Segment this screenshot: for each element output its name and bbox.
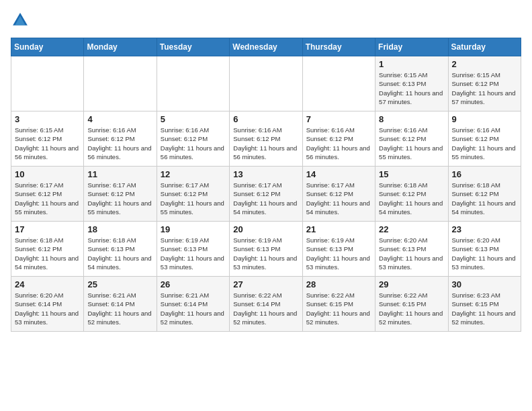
logo-icon xyxy=(11,11,30,30)
day-number: 22 xyxy=(379,224,444,234)
day-number: 12 xyxy=(161,169,226,179)
day-info: Sunrise: 6:15 AM Sunset: 6:13 PM Dayligh… xyxy=(379,71,444,106)
day-number: 10 xyxy=(15,169,80,179)
day-info: Sunrise: 6:16 AM Sunset: 6:12 PM Dayligh… xyxy=(87,126,152,161)
calendar-cell: 29Sunrise: 6:22 AM Sunset: 6:15 PM Dayli… xyxy=(375,277,448,332)
calendar-cell: 20Sunrise: 6:19 AM Sunset: 6:13 PM Dayli… xyxy=(230,222,302,277)
calendar-cell: 3Sunrise: 6:15 AM Sunset: 6:12 PM Daylig… xyxy=(11,111,84,167)
day-number: 8 xyxy=(379,114,444,124)
day-number: 30 xyxy=(452,279,517,289)
calendar-cell: 15Sunrise: 6:18 AM Sunset: 6:12 PM Dayli… xyxy=(375,167,448,222)
week-row-5: 24Sunrise: 6:20 AM Sunset: 6:14 PM Dayli… xyxy=(11,277,521,332)
calendar-cell xyxy=(84,56,157,111)
day-info: Sunrise: 6:22 AM Sunset: 6:15 PM Dayligh… xyxy=(379,291,444,326)
day-number: 25 xyxy=(87,279,152,289)
day-info: Sunrise: 6:20 AM Sunset: 6:14 PM Dayligh… xyxy=(15,291,80,326)
calendar-table: SundayMondayTuesdayWednesdayThursdayFrid… xyxy=(11,38,521,332)
day-number: 9 xyxy=(452,114,517,124)
calendar-cell: 25Sunrise: 6:21 AM Sunset: 6:14 PM Dayli… xyxy=(84,277,157,332)
calendar-cell: 5Sunrise: 6:16 AM Sunset: 6:12 PM Daylig… xyxy=(157,111,229,167)
day-info: Sunrise: 6:18 AM Sunset: 6:13 PM Dayligh… xyxy=(87,236,152,271)
col-header-tuesday: Tuesday xyxy=(157,38,229,56)
col-header-sunday: Sunday xyxy=(11,38,84,56)
calendar-cell xyxy=(302,56,375,111)
col-header-wednesday: Wednesday xyxy=(230,38,302,56)
calendar-cell: 18Sunrise: 6:18 AM Sunset: 6:13 PM Dayli… xyxy=(84,222,157,277)
day-info: Sunrise: 6:22 AM Sunset: 6:15 PM Dayligh… xyxy=(306,291,371,326)
day-number: 19 xyxy=(161,224,226,234)
day-info: Sunrise: 6:16 AM Sunset: 6:12 PM Dayligh… xyxy=(161,126,226,161)
calendar-cell xyxy=(230,56,302,111)
logo xyxy=(11,11,32,30)
calendar-cell: 7Sunrise: 6:16 AM Sunset: 6:12 PM Daylig… xyxy=(302,111,375,167)
calendar-cell: 30Sunrise: 6:23 AM Sunset: 6:15 PM Dayli… xyxy=(448,277,521,332)
calendar-cell: 4Sunrise: 6:16 AM Sunset: 6:12 PM Daylig… xyxy=(84,111,157,167)
day-number: 28 xyxy=(306,279,371,289)
day-info: Sunrise: 6:16 AM Sunset: 6:12 PM Dayligh… xyxy=(306,126,371,161)
day-info: Sunrise: 6:19 AM Sunset: 6:13 PM Dayligh… xyxy=(306,236,371,271)
week-row-4: 17Sunrise: 6:18 AM Sunset: 6:12 PM Dayli… xyxy=(11,222,521,277)
calendar-cell: 13Sunrise: 6:17 AM Sunset: 6:12 PM Dayli… xyxy=(230,167,302,222)
day-info: Sunrise: 6:22 AM Sunset: 6:14 PM Dayligh… xyxy=(233,291,298,326)
calendar-cell: 1Sunrise: 6:15 AM Sunset: 6:13 PM Daylig… xyxy=(375,56,448,111)
day-number: 21 xyxy=(306,224,371,234)
day-number: 24 xyxy=(15,279,80,289)
calendar-cell: 23Sunrise: 6:20 AM Sunset: 6:13 PM Dayli… xyxy=(448,222,521,277)
calendar-cell: 21Sunrise: 6:19 AM Sunset: 6:13 PM Dayli… xyxy=(302,222,375,277)
day-info: Sunrise: 6:18 AM Sunset: 6:12 PM Dayligh… xyxy=(15,236,80,271)
day-info: Sunrise: 6:16 AM Sunset: 6:12 PM Dayligh… xyxy=(452,126,517,161)
calendar-cell: 14Sunrise: 6:17 AM Sunset: 6:12 PM Dayli… xyxy=(302,167,375,222)
day-number: 5 xyxy=(161,114,226,124)
day-info: Sunrise: 6:17 AM Sunset: 6:12 PM Dayligh… xyxy=(233,181,298,216)
calendar-cell: 8Sunrise: 6:16 AM Sunset: 6:12 PM Daylig… xyxy=(375,111,448,167)
calendar-cell: 26Sunrise: 6:21 AM Sunset: 6:14 PM Dayli… xyxy=(157,277,229,332)
day-number: 26 xyxy=(161,279,226,289)
day-number: 16 xyxy=(452,169,517,179)
calendar-cell: 10Sunrise: 6:17 AM Sunset: 6:12 PM Dayli… xyxy=(11,167,84,222)
calendar-cell: 2Sunrise: 6:15 AM Sunset: 6:12 PM Daylig… xyxy=(448,56,521,111)
day-number: 14 xyxy=(306,169,371,179)
day-info: Sunrise: 6:20 AM Sunset: 6:13 PM Dayligh… xyxy=(452,236,517,271)
day-number: 27 xyxy=(233,279,298,289)
week-row-1: 1Sunrise: 6:15 AM Sunset: 6:13 PM Daylig… xyxy=(11,56,521,111)
day-number: 17 xyxy=(15,224,80,234)
day-number: 13 xyxy=(233,169,298,179)
calendar-cell: 12Sunrise: 6:17 AM Sunset: 6:12 PM Dayli… xyxy=(157,167,229,222)
page-header xyxy=(11,11,521,30)
day-info: Sunrise: 6:19 AM Sunset: 6:13 PM Dayligh… xyxy=(161,236,226,271)
day-info: Sunrise: 6:20 AM Sunset: 6:13 PM Dayligh… xyxy=(379,236,444,271)
day-number: 20 xyxy=(233,224,298,234)
calendar-cell: 11Sunrise: 6:17 AM Sunset: 6:12 PM Dayli… xyxy=(84,167,157,222)
col-header-monday: Monday xyxy=(84,38,157,56)
day-number: 18 xyxy=(87,224,152,234)
day-info: Sunrise: 6:16 AM Sunset: 6:12 PM Dayligh… xyxy=(379,126,444,161)
calendar-cell: 27Sunrise: 6:22 AM Sunset: 6:14 PM Dayli… xyxy=(230,277,302,332)
calendar-cell: 9Sunrise: 6:16 AM Sunset: 6:12 PM Daylig… xyxy=(448,111,521,167)
calendar-cell: 6Sunrise: 6:16 AM Sunset: 6:12 PM Daylig… xyxy=(230,111,302,167)
day-number: 1 xyxy=(379,59,444,69)
day-info: Sunrise: 6:19 AM Sunset: 6:13 PM Dayligh… xyxy=(233,236,298,271)
day-info: Sunrise: 6:17 AM Sunset: 6:12 PM Dayligh… xyxy=(306,181,371,216)
day-info: Sunrise: 6:16 AM Sunset: 6:12 PM Dayligh… xyxy=(233,126,298,161)
day-info: Sunrise: 6:21 AM Sunset: 6:14 PM Dayligh… xyxy=(87,291,152,326)
day-info: Sunrise: 6:17 AM Sunset: 6:12 PM Dayligh… xyxy=(87,181,152,216)
col-header-thursday: Thursday xyxy=(302,38,375,56)
calendar-cell: 19Sunrise: 6:19 AM Sunset: 6:13 PM Dayli… xyxy=(157,222,229,277)
day-info: Sunrise: 6:17 AM Sunset: 6:12 PM Dayligh… xyxy=(161,181,226,216)
calendar-cell: 28Sunrise: 6:22 AM Sunset: 6:15 PM Dayli… xyxy=(302,277,375,332)
day-info: Sunrise: 6:18 AM Sunset: 6:12 PM Dayligh… xyxy=(452,181,517,216)
day-info: Sunrise: 6:23 AM Sunset: 6:15 PM Dayligh… xyxy=(452,291,517,326)
day-info: Sunrise: 6:15 AM Sunset: 6:12 PM Dayligh… xyxy=(452,71,517,106)
calendar-cell xyxy=(11,56,84,111)
week-row-2: 3Sunrise: 6:15 AM Sunset: 6:12 PM Daylig… xyxy=(11,111,521,167)
day-number: 11 xyxy=(87,169,152,179)
calendar-cell: 24Sunrise: 6:20 AM Sunset: 6:14 PM Dayli… xyxy=(11,277,84,332)
day-info: Sunrise: 6:17 AM Sunset: 6:12 PM Dayligh… xyxy=(15,181,80,216)
calendar-cell: 16Sunrise: 6:18 AM Sunset: 6:12 PM Dayli… xyxy=(448,167,521,222)
day-number: 6 xyxy=(233,114,298,124)
day-number: 3 xyxy=(15,114,80,124)
day-info: Sunrise: 6:21 AM Sunset: 6:14 PM Dayligh… xyxy=(161,291,226,326)
day-number: 29 xyxy=(379,279,444,289)
col-header-friday: Friday xyxy=(375,38,448,56)
calendar-cell: 22Sunrise: 6:20 AM Sunset: 6:13 PM Dayli… xyxy=(375,222,448,277)
